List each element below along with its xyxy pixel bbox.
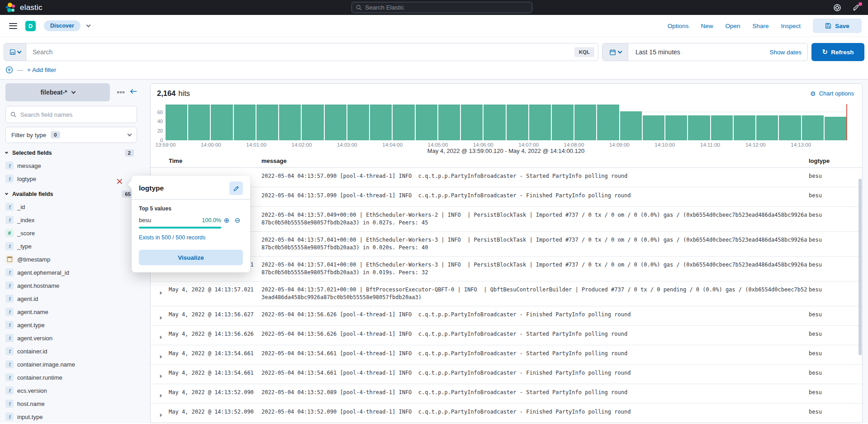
help-icon[interactable]	[833, 4, 841, 12]
field-item[interactable]: @timestamp	[5, 255, 137, 264]
histogram-bar[interactable]	[461, 105, 483, 140]
filter-for-value-button[interactable]: ⊕	[221, 216, 232, 224]
newsfeed-icon[interactable]	[853, 4, 861, 12]
chart-options-label: Chart options	[819, 90, 854, 97]
histogram-plot[interactable]	[166, 104, 846, 140]
edit-field-button[interactable]	[229, 181, 243, 195]
time-range-value[interactable]: Last 15 minutes	[628, 48, 769, 56]
field-item[interactable]: t ecs.version	[5, 386, 137, 395]
field-item[interactable]: t agent.hostname	[5, 281, 137, 290]
show-dates-button[interactable]: Show dates	[769, 49, 807, 56]
field-item[interactable]: t agent.name	[5, 307, 137, 316]
field-search-input[interactable]	[20, 111, 132, 118]
filter-icon[interactable]	[5, 66, 13, 74]
menu-icon[interactable]	[9, 23, 17, 29]
histogram-bar[interactable]	[234, 105, 256, 140]
appbar-action-link[interactable]: Open	[725, 23, 740, 29]
histogram-bar[interactable]	[802, 115, 824, 140]
save-button[interactable]: Save	[813, 19, 862, 33]
histogram-bar[interactable]	[825, 117, 846, 140]
field-settings-icon[interactable]	[117, 91, 124, 93]
histogram-bar[interactable]	[734, 115, 755, 140]
chevron-down-icon[interactable]	[86, 23, 90, 28]
histogram-bar[interactable]	[256, 105, 278, 140]
histogram-bar[interactable]	[779, 115, 801, 140]
appbar-action-link[interactable]: Inspect	[781, 23, 801, 29]
field-item[interactable]: t agent.type	[5, 320, 137, 329]
field-item[interactable]: t agent.id	[5, 294, 137, 303]
histogram-bar[interactable]	[665, 115, 687, 140]
index-pattern-button[interactable]: filebeat-*	[5, 83, 110, 101]
column-header-message[interactable]: message	[261, 157, 809, 164]
histogram-bar[interactable]	[166, 105, 187, 140]
chart-options-button[interactable]: ⚙ Chart options	[810, 90, 854, 97]
histogram-bar[interactable]	[597, 105, 619, 140]
field-item[interactable]: # _score	[5, 229, 137, 238]
histogram-bar[interactable]	[438, 105, 460, 140]
field-item[interactable]: t _type	[5, 242, 137, 251]
histogram-bar[interactable]	[507, 105, 528, 140]
appbar-action-link[interactable]: New	[701, 23, 713, 29]
histogram-bar[interactable]	[620, 111, 642, 140]
histogram-bar[interactable]	[393, 105, 414, 140]
expand-row-button[interactable]	[159, 391, 169, 399]
expand-row-button[interactable]	[159, 371, 169, 379]
histogram-bar[interactable]	[688, 115, 710, 140]
histogram-bar[interactable]	[643, 115, 664, 140]
appbar-action-link[interactable]: Options	[668, 23, 689, 29]
field-search[interactable]	[5, 106, 137, 123]
selected-fields-header[interactable]: Selected fields 2	[5, 149, 134, 157]
global-search-input[interactable]	[365, 4, 528, 11]
histogram-bar[interactable]	[211, 105, 232, 140]
histogram-bar[interactable]	[416, 105, 437, 140]
histogram-bar[interactable]	[325, 105, 346, 140]
histogram-bar[interactable]	[347, 105, 369, 140]
histogram-bar[interactable]	[188, 105, 210, 140]
field-type-icon: #	[5, 229, 14, 237]
field-item[interactable]: t host.name	[5, 399, 137, 408]
histogram-bar[interactable]	[574, 105, 596, 140]
field-item[interactable]: t message	[5, 161, 137, 170]
histogram-bar[interactable]	[711, 115, 733, 140]
column-header-time[interactable]: Time	[169, 157, 261, 164]
field-item[interactable]: t _id	[5, 202, 137, 211]
exists-in-records-link[interactable]: Exists in 500 / 500 records	[139, 234, 205, 241]
filter-out-value-button[interactable]: ⊖	[232, 216, 243, 224]
query-input[interactable]	[26, 48, 574, 56]
table-scrollbar[interactable]	[859, 179, 862, 355]
expand-row-button[interactable]	[159, 332, 169, 340]
histogram-bar[interactable]	[484, 105, 505, 140]
remove-field-icon[interactable]: ×	[116, 176, 123, 186]
column-header-logtype[interactable]: logtype	[809, 157, 862, 164]
histogram-bar[interactable]	[552, 105, 574, 140]
elastic-logo[interactable]: elastic	[0, 3, 43, 13]
kql-badge[interactable]: KQL	[574, 47, 594, 57]
field-item[interactable]: t container.image.name	[5, 360, 137, 369]
collapse-sidebar-icon[interactable]	[129, 88, 137, 96]
expand-row-button[interactable]	[159, 313, 169, 321]
histogram-bar[interactable]	[302, 105, 323, 140]
histogram-bar[interactable]	[279, 105, 301, 140]
field-item[interactable]: t input.type	[5, 412, 137, 421]
field-item[interactable]: t container.id	[5, 347, 137, 356]
saved-query-menu-button[interactable]	[4, 43, 26, 61]
field-item[interactable]: t agent.ephemeral_id	[5, 268, 137, 277]
histogram-bar[interactable]	[370, 105, 392, 140]
histogram-bar[interactable]	[756, 115, 778, 140]
expand-row-button[interactable]	[159, 410, 169, 418]
visualize-button[interactable]: Visualize	[139, 250, 243, 265]
available-fields-header[interactable]: Available fields 65	[5, 191, 134, 198]
field-item[interactable]: t container.runtime	[5, 373, 137, 382]
global-search[interactable]	[351, 2, 532, 13]
histogram-bar[interactable]	[529, 105, 551, 140]
field-item[interactable]: t agent.version	[5, 333, 137, 343]
filter-by-type-select[interactable]: Filter by type 0	[5, 127, 137, 143]
appbar-action-link[interactable]: Share	[752, 23, 768, 29]
date-picker-menu-button[interactable]	[602, 43, 628, 61]
add-filter-button[interactable]: + Add filter	[27, 67, 56, 73]
expand-row-button[interactable]	[159, 352, 169, 360]
field-item[interactable]: t _index	[5, 215, 137, 224]
expand-row-button[interactable]	[159, 288, 169, 296]
breadcrumb[interactable]: Discover	[44, 20, 81, 31]
refresh-button[interactable]: ↻ Refresh	[811, 43, 864, 61]
